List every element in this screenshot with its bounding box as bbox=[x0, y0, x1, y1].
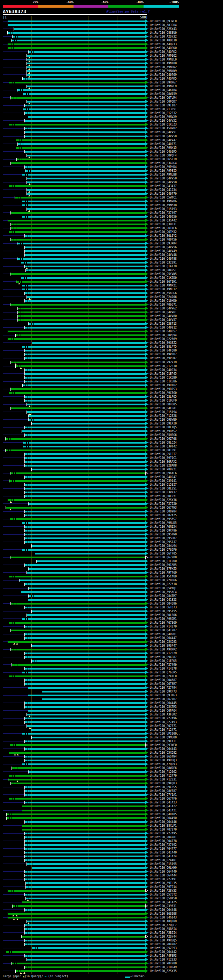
hit-bar[interactable] bbox=[26, 882, 145, 884]
hit-bar[interactable] bbox=[22, 549, 145, 550]
hit-bar[interactable] bbox=[17, 159, 145, 160]
hit-bar[interactable] bbox=[25, 748, 145, 750]
hit-bar[interactable] bbox=[25, 848, 145, 850]
hit-label[interactable]: UniRef100_O64447 bbox=[150, 636, 176, 640]
hit-bar[interactable] bbox=[25, 833, 145, 834]
hit-label[interactable]: UniRef100_Q10HD0 bbox=[150, 299, 176, 302]
hit-bar[interactable] bbox=[29, 587, 145, 589]
hit-bar[interactable] bbox=[25, 381, 145, 382]
hit-label[interactable]: UniRef100_A2SY32 bbox=[150, 35, 176, 38]
hit-bar[interactable] bbox=[19, 579, 145, 581]
hit-label[interactable]: UniRef100_Q41421 bbox=[150, 809, 176, 812]
hit-label[interactable]: UniRef100_O48657 bbox=[150, 330, 176, 333]
hit-label[interactable]: UniRef100_Q40788 bbox=[150, 257, 176, 260]
hit-label[interactable]: UniRef100_Q32291 bbox=[150, 261, 176, 264]
hit-bar[interactable] bbox=[22, 733, 145, 735]
hit-label[interactable]: UniRef100_B6RAX2 bbox=[150, 460, 176, 463]
hit-bar[interactable] bbox=[25, 541, 145, 543]
hit-bar[interactable] bbox=[25, 844, 145, 846]
hit-bar[interactable] bbox=[27, 86, 145, 87]
hit-label[interactable]: UniRef100_Q93YG3 bbox=[150, 694, 176, 697]
hit-label[interactable]: UniRef100_B8XLF1 bbox=[150, 824, 176, 827]
hit-label[interactable]: UniRef100_A8JCU4 bbox=[150, 24, 176, 27]
hit-bar[interactable] bbox=[25, 377, 145, 379]
hit-label[interactable]: UniRef100_P15194 bbox=[150, 410, 176, 414]
hit-label[interactable]: UniRef100_P24006 bbox=[150, 296, 176, 299]
hit-bar[interactable] bbox=[27, 404, 145, 405]
hit-label[interactable]: UniRef100_Q40247 bbox=[150, 476, 176, 479]
hit-label[interactable]: UniRef100_A5BPB2 bbox=[150, 127, 176, 130]
hit-bar[interactable] bbox=[8, 779, 145, 780]
hit-label[interactable]: UniRef100_P12333 bbox=[150, 958, 176, 961]
hit-bar[interactable] bbox=[29, 419, 145, 421]
hit-bar[interactable] bbox=[29, 568, 145, 570]
hit-label[interactable]: UniRef100_Q3LFQ5 bbox=[150, 395, 176, 398]
hit-bar[interactable] bbox=[25, 166, 145, 168]
hit-bar[interactable] bbox=[25, 250, 145, 252]
hit-bar[interactable] bbox=[16, 281, 145, 283]
hit-label[interactable]: UniRef100_Q461R4 bbox=[150, 89, 176, 92]
hit-bar[interactable] bbox=[9, 752, 145, 754]
hit-label[interactable]: UniRef100_A2SY44 bbox=[150, 935, 176, 938]
hit-label[interactable]: UniRef100_O64450 bbox=[150, 817, 176, 820]
hit-bar[interactable] bbox=[28, 599, 145, 601]
hit-label[interactable]: UniRef100_B6SZ08 bbox=[150, 912, 176, 915]
hit-label[interactable]: UniRef100_B8LPT5 bbox=[150, 345, 176, 348]
hit-label[interactable]: UniRef100_P27491 bbox=[150, 878, 176, 881]
hit-label[interactable]: UniRef100_O04686 bbox=[150, 602, 176, 605]
hit-bar[interactable] bbox=[9, 124, 145, 126]
hit-label[interactable]: UniRef100_O04687 bbox=[150, 679, 176, 682]
hit-bar[interactable] bbox=[25, 852, 145, 853]
hit-label[interactable]: UniRef100_A2SY43 bbox=[150, 27, 176, 30]
hit-bar[interactable] bbox=[27, 959, 145, 961]
hit-bar[interactable] bbox=[27, 863, 145, 865]
hit-label[interactable]: UniRef100_C0PAQ4 bbox=[150, 709, 176, 712]
hit-label[interactable]: UniRef100_C0PQV4 bbox=[150, 334, 176, 337]
hit-bar[interactable] bbox=[9, 392, 145, 394]
hit-bar[interactable] bbox=[9, 622, 145, 624]
hit-bar[interactable] bbox=[25, 453, 145, 455]
hit-label[interactable]: UniRef100_Q1EP00 bbox=[150, 560, 176, 563]
hit-bar[interactable] bbox=[35, 553, 145, 555]
hit-label[interactable]: UniRef100_A9TL35 bbox=[150, 881, 176, 885]
hit-bar[interactable] bbox=[21, 277, 145, 279]
hit-bar[interactable] bbox=[11, 239, 145, 240]
hit-label[interactable]: UniRef100_A2SY33 bbox=[150, 889, 176, 892]
hit-label[interactable]: UniRef100_A9T914 bbox=[150, 885, 176, 889]
hit-bar[interactable] bbox=[25, 679, 145, 681]
hit-bar[interactable] bbox=[9, 82, 145, 83]
hit-bar[interactable] bbox=[6, 507, 145, 509]
hit-label[interactable]: UniRef100_P07369 bbox=[150, 621, 176, 624]
hit-label[interactable]: UniRef100_A8BDJ0 bbox=[150, 39, 176, 42]
hit-label[interactable]: UniRef100_Q9ZP08 bbox=[150, 438, 176, 441]
hit-label[interactable]: UniRef100_P27493 bbox=[150, 721, 176, 724]
hit-label[interactable]: UniRef100_A9T769 bbox=[150, 571, 176, 574]
hit-bar[interactable] bbox=[29, 415, 145, 417]
hit-bar[interactable] bbox=[11, 963, 145, 964]
hit-label[interactable]: UniRef100_P12330 bbox=[150, 365, 176, 368]
hit-bar[interactable] bbox=[25, 756, 145, 757]
hit-label[interactable]: UniRef100_Q9S7J7 bbox=[150, 541, 176, 544]
hit-bar[interactable] bbox=[22, 810, 145, 811]
hit-label[interactable]: UniRef100_P07371 bbox=[150, 724, 176, 728]
hit-bar[interactable] bbox=[25, 718, 145, 719]
hit-bar[interactable] bbox=[22, 174, 145, 175]
hit-label[interactable]: UniRef100_Q9SWE9 bbox=[150, 418, 176, 422]
hit-label[interactable]: UniRef100_Q9XF86 bbox=[150, 529, 176, 532]
hit-label[interactable]: UniRef100_Q765P5 bbox=[150, 671, 176, 674]
hit-bar[interactable] bbox=[25, 534, 145, 535]
hit-bar[interactable] bbox=[27, 74, 145, 76]
hit-label[interactable]: UniRef100_Q7Y1A1 bbox=[150, 793, 176, 797]
hit-label[interactable]: UniRef100_A4QPK5 bbox=[150, 77, 176, 80]
hit-label[interactable]: UniRef100_B9GSZ2 bbox=[150, 341, 176, 345]
hit-bar[interactable] bbox=[25, 928, 145, 930]
hit-label[interactable]: UniRef100_A7QQL7 bbox=[150, 924, 176, 927]
hit-label[interactable]: UniRef100_Q8S3U0 bbox=[150, 31, 176, 34]
hit-label[interactable]: UniRef100_O64445 bbox=[150, 702, 176, 705]
hit-bar[interactable] bbox=[27, 411, 145, 413]
hit-bar[interactable] bbox=[25, 637, 145, 639]
hit-bar[interactable] bbox=[18, 315, 145, 317]
hit-label[interactable]: UniRef100_P10049 bbox=[150, 966, 176, 969]
hit-bar[interactable] bbox=[25, 120, 145, 122]
hit-bar[interactable] bbox=[16, 139, 145, 141]
